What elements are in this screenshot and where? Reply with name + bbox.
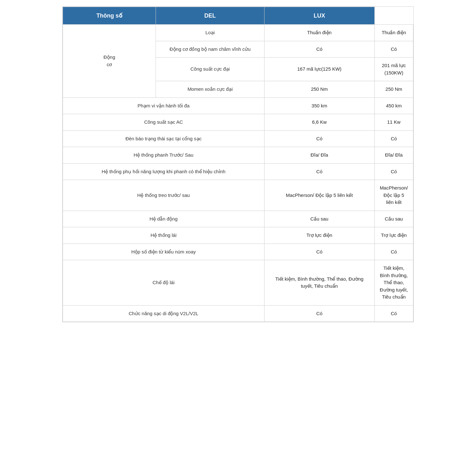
row-label: Hệ thống phanh Trước/ Sau (63, 147, 265, 164)
header-del: DEL (156, 7, 264, 25)
table-row: Hệ thống phụ hồi năng lượng khi phanh có… (63, 163, 413, 180)
table-row: Hệ thống láiTrợ lực điệnTrợ lực điện (63, 227, 413, 244)
row-label: Hệ thống lái (63, 227, 265, 244)
row-label: Đèn báo trạng thái sạc tại cổng sạc (63, 130, 265, 147)
table-row: Hệ thống phanh Trước/ SauĐĩa/ ĐĩaĐĩa/ Đĩ… (63, 147, 413, 164)
del-value: Thuần điện (264, 25, 374, 41)
row-label: Hệ dẫn động (63, 211, 265, 227)
lux-value: 11 Kw (374, 114, 413, 131)
row-label: Momen xoắn cực đại (156, 81, 264, 98)
table-row: Phạm vi vận hành tối đa350 km450 km (63, 97, 413, 114)
del-value: 167 mã lực(125 KW) (264, 58, 374, 81)
table-row: Hệ dẫn độngCầu sauCầu sau (63, 211, 413, 227)
del-value: Tiết kiệm, Bình thường, Thể thao, Đường … (264, 260, 374, 306)
del-value: 6,6 Kw (264, 114, 374, 131)
table-row: Động cơLoạiThuần điệnThuần điện (63, 25, 413, 41)
header-thongso: Thông số (63, 7, 156, 25)
lux-value: Có (374, 41, 413, 58)
del-value: 350 km (264, 97, 374, 114)
row-label: Công suất cực đại (156, 58, 264, 81)
table-row: Công suất sạc AC6,6 Kw11 Kw (63, 114, 413, 131)
table-row: Đèn báo trạng thái sạc tại cổng sạcCóCó (63, 130, 413, 147)
del-value: MacPherson/ Độc lập 5 liên kết (264, 180, 374, 211)
group-label: Động cơ (63, 25, 156, 98)
comparison-table: Thông số DEL LUX Động cơLoạiThuần điệnTh… (63, 7, 413, 322)
row-label: Hệ thống phụ hồi năng lượng khi phanh có… (63, 163, 265, 180)
table-body: Động cơLoạiThuần điệnThuần điệnĐộng cơ đ… (63, 25, 413, 322)
lux-value: 450 km (374, 97, 413, 114)
row-label: Chế độ lái (63, 260, 265, 306)
lux-value: Tiết kiệm, Bình thường, Thể thao, Đường … (374, 260, 413, 306)
lux-value: Trợ lực điện (374, 227, 413, 244)
del-value: Có (264, 130, 374, 147)
header-lux: LUX (264, 7, 374, 25)
row-label: Phạm vi vận hành tối đa (63, 97, 265, 114)
header-row: Thông số DEL LUX (63, 7, 413, 25)
lux-value: Thuần điện (374, 25, 413, 41)
lux-value: Có (374, 305, 413, 322)
table-row: Hệ thống treo trước/ sauMacPherson/ Độc … (63, 180, 413, 211)
lux-value: 250 Nm (374, 81, 413, 98)
comparison-table-wrapper: Thông số DEL LUX Động cơLoạiThuần điệnTh… (62, 6, 414, 322)
table-row: Chế độ láiTiết kiệm, Bình thường, Thể th… (63, 260, 413, 306)
row-label: Loại (156, 25, 264, 41)
lux-value: Đĩa/ Đĩa (374, 147, 413, 164)
row-label: Chức năng sạc di động V2L/V2L (63, 305, 265, 322)
del-value: Có (264, 305, 374, 322)
del-value: Đĩa/ Đĩa (264, 147, 374, 164)
lux-value: MacPherson/ Độc lập 5 liên kết (374, 180, 413, 211)
lux-value: Có (374, 244, 413, 260)
del-value: Có (264, 244, 374, 260)
row-label: Công suất sạc AC (63, 114, 265, 131)
del-value: Có (264, 163, 374, 180)
table-row: Chức năng sạc di động V2L/V2LCóCó (63, 305, 413, 322)
del-value: Trợ lực điện (264, 227, 374, 244)
lux-value: Có (374, 163, 413, 180)
row-label: Hộp số điện từ kiểu núm xoay (63, 244, 265, 260)
row-label: Hệ thống treo trước/ sau (63, 180, 265, 211)
table-row: Hộp số điện từ kiểu núm xoayCóCó (63, 244, 413, 260)
lux-value: 201 mã lực (150KW) (374, 58, 413, 81)
del-value: Có (264, 41, 374, 58)
row-label: Động cơ đồng bộ nam châm vĩnh cửu (156, 41, 264, 58)
del-value: 250 Nm (264, 81, 374, 98)
del-value: Cầu sau (264, 211, 374, 227)
lux-value: Cầu sau (374, 211, 413, 227)
lux-value: Có (374, 130, 413, 147)
